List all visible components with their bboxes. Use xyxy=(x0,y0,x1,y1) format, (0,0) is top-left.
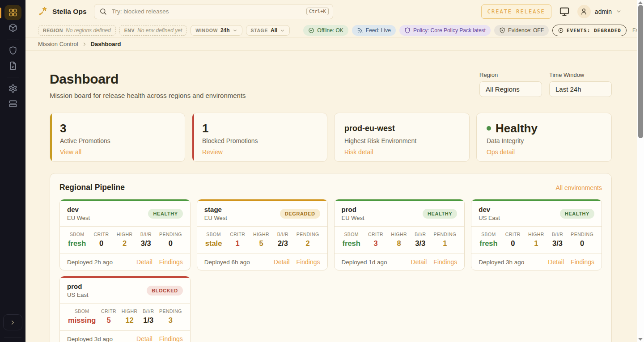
feed-status-pill: Feed: Live xyxy=(352,25,396,36)
env-context-pill[interactable]: ENV No env defined yet xyxy=(119,25,187,36)
user-menu[interactable]: admin xyxy=(577,5,622,18)
metric-label: PENDING xyxy=(159,308,182,314)
window-dropdown[interactable]: WINDOW 24h xyxy=(191,25,242,36)
detail-link[interactable]: Detail xyxy=(411,258,427,266)
sidebar-item-documents[interactable] xyxy=(4,58,21,73)
stat-card-link[interactable]: Review xyxy=(202,148,223,156)
pill-label: Feed: Live xyxy=(366,27,391,34)
sidebar-item-infrastructure[interactable] xyxy=(4,96,21,111)
breadcrumb-mission-control[interactable]: Mission Control xyxy=(38,41,78,47)
create-release-button[interactable]: CREATE RELEASE xyxy=(481,4,551,19)
metric-label: SBOM xyxy=(205,232,222,237)
sidebar-item-settings[interactable] xyxy=(4,81,21,96)
detail-link[interactable]: Detail xyxy=(548,258,564,266)
document-icon xyxy=(8,61,17,70)
page-header: Dashboard Mission board for release heal… xyxy=(50,72,612,99)
findings-link[interactable]: Findings xyxy=(433,258,457,266)
all-environments-link[interactable]: All environments xyxy=(556,184,602,191)
stage-dropdown[interactable]: STAGE All xyxy=(246,25,290,36)
deployed-timestamp: Deployed 3h ago xyxy=(479,259,524,266)
events-status-pill[interactable]: EVENTS: DEGRADED xyxy=(552,25,627,36)
pill-label: Evidence: OFF xyxy=(508,27,544,34)
findings-link[interactable]: Findings xyxy=(571,258,594,266)
region-filter-select[interactable]: All Regions xyxy=(479,81,542,97)
metric-value: 5 xyxy=(101,316,116,325)
stat-card-link[interactable]: Ops detail xyxy=(487,148,515,156)
sidebar-item-security[interactable] xyxy=(4,43,21,58)
regional-pipeline-section: Regional Pipeline All environments dev E… xyxy=(50,173,612,342)
metric-value: 1 xyxy=(434,239,457,248)
metric-pending: PENDING0 xyxy=(571,232,593,248)
detail-link[interactable]: Detail xyxy=(136,258,153,266)
findings-link[interactable]: Findings xyxy=(159,258,183,266)
page-scrollbar xyxy=(637,0,644,342)
offline-status-pill: Offline: OK xyxy=(303,25,348,36)
metric-label: SBOM xyxy=(343,232,360,237)
metric-label: PENDING xyxy=(159,232,182,237)
environment-card: prod EU West HEALTHY SBOMfreshCRITR3HIGH… xyxy=(334,199,465,270)
shield-icon xyxy=(8,46,17,55)
app-logo[interactable]: Stella Ops xyxy=(38,6,87,17)
sidebar-collapse-button[interactable] xyxy=(3,314,22,330)
metric-label: CRITR xyxy=(368,232,383,237)
metric-label: CRITR xyxy=(230,232,245,237)
detail-link[interactable]: Detail xyxy=(274,258,290,266)
main-column: Stella Ops Ctrl+K CREATE RELEASE xyxy=(25,0,637,342)
stat-card-link[interactable]: View all xyxy=(60,148,81,156)
stat-accent-bar xyxy=(50,113,52,161)
metric-label: HIGHR xyxy=(117,232,133,237)
metric-label: HIGHR xyxy=(122,308,138,314)
environment-card-links: Detail Findings xyxy=(274,258,320,266)
metric-value: 2/3 xyxy=(277,239,288,248)
metrics-row: SBOMmissingCRITR5HIGHR12B/I/R1/3PENDING3 xyxy=(60,303,190,331)
metric-critr: CRITR1 xyxy=(230,232,245,248)
environment-card-header: prod US East BLOCKED xyxy=(60,278,190,303)
search-icon xyxy=(99,8,107,15)
environment-identity: prod US East xyxy=(67,283,89,298)
stat-value-row: 1 xyxy=(202,121,317,136)
metric-value: 2 xyxy=(117,239,133,248)
metric-critr: CRITR0 xyxy=(505,232,521,248)
environment-name: dev xyxy=(67,206,90,213)
metric-label: SBOM xyxy=(68,308,96,314)
sidebar-item-dashboard[interactable] xyxy=(4,5,21,20)
stat-value-row: 3 xyxy=(60,121,175,136)
deployed-timestamp: Deployed 1d ago xyxy=(342,259,387,266)
metric-bir: B/I/R3/3 xyxy=(415,232,426,248)
metric-value: 3/3 xyxy=(552,239,563,248)
findings-link[interactable]: Findings xyxy=(159,335,183,342)
display-mode-button[interactable] xyxy=(559,7,569,17)
metric-bir: B/I/R2/3 xyxy=(277,232,288,248)
pill-value: All xyxy=(271,27,277,34)
sidebar-divider xyxy=(7,39,19,39)
metric-critr: CRITR5 xyxy=(101,308,116,325)
metric-label: HIGHR xyxy=(253,232,269,237)
metric-pending: PENDING3 xyxy=(159,308,182,325)
scrollbar-up-arrow[interactable] xyxy=(638,1,643,4)
scrollbar-down-arrow[interactable] xyxy=(638,338,643,341)
metric-highr: HIGHR2 xyxy=(117,232,133,248)
sidebar-item-artifacts[interactable] xyxy=(4,20,21,35)
status-badge: HEALTHY xyxy=(148,209,182,219)
metric-sbom: SBOMmissing xyxy=(68,308,96,325)
detail-link[interactable]: Detail xyxy=(136,335,153,342)
metric-value: 3/3 xyxy=(415,239,426,248)
findings-link[interactable]: Findings xyxy=(297,258,320,266)
stat-accent-bar xyxy=(192,113,194,161)
metric-label: SBOM xyxy=(479,232,497,237)
metric-sbom: SBOMfresh xyxy=(68,232,86,248)
environment-name: prod xyxy=(342,206,364,213)
environment-card-links: Detail Findings xyxy=(548,258,594,266)
region-context-pill[interactable]: REGION No regions defined xyxy=(38,25,116,36)
search-input[interactable] xyxy=(112,8,301,15)
metric-label: B/I/R xyxy=(140,232,152,237)
policy-status-pill: Policy: Core Policy Pack latest xyxy=(399,25,491,36)
sidebar xyxy=(0,0,25,342)
metric-value: 8 xyxy=(391,239,407,248)
scrollbar-thumb[interactable] xyxy=(638,5,643,138)
stat-card-link[interactable]: Risk detail xyxy=(344,148,373,156)
metric-label: B/I/R xyxy=(415,232,426,237)
metric-value: 5 xyxy=(253,239,269,248)
time-window-filter-select[interactable]: Last 24h xyxy=(549,81,612,97)
pill-label: EVENTS: DEGRADED xyxy=(567,28,621,34)
